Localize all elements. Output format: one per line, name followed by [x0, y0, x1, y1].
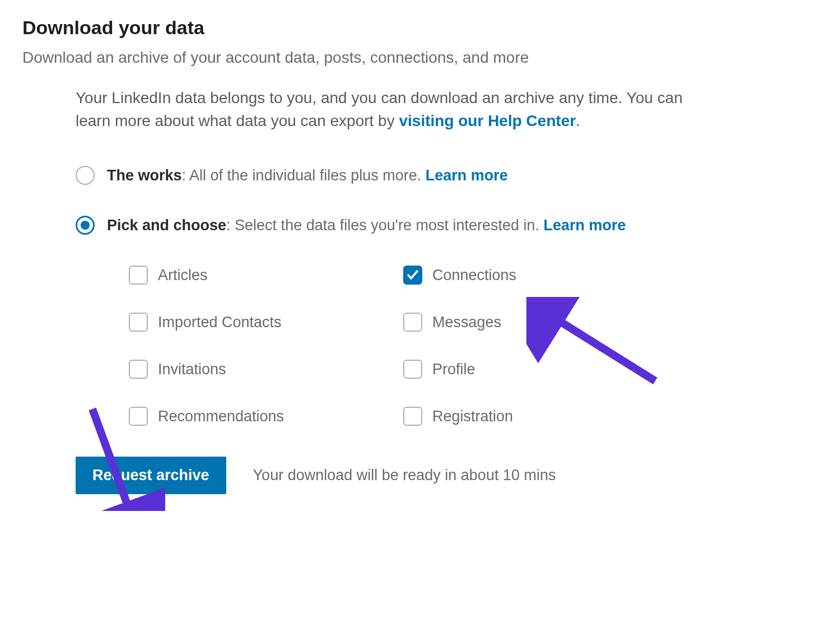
page-subtitle: Download an archive of your account data…: [22, 49, 818, 67]
radio-works-label-rest: : All of the individual files plus more.: [182, 167, 426, 184]
page-title: Download your data: [22, 17, 818, 39]
checkbox-profile[interactable]: Profile: [403, 360, 644, 379]
checkbox-label: Connections: [432, 267, 516, 284]
checkbox-icon[interactable]: [403, 266, 422, 285]
checkbox-icon[interactable]: [129, 360, 148, 379]
checkbox-grid: Articles Connections Imported Contacts M…: [76, 266, 683, 426]
checkbox-icon[interactable]: [403, 407, 422, 426]
radio-option-pick[interactable]: Pick and choose: Select the data files y…: [76, 216, 683, 235]
checkbox-icon[interactable]: [403, 360, 422, 379]
checkbox-imported-contacts[interactable]: Imported Contacts: [129, 313, 370, 332]
intro-text-after: .: [576, 112, 580, 129]
checkbox-icon[interactable]: [129, 407, 148, 426]
radio-icon[interactable]: [76, 166, 95, 185]
radio-pick-label-rest: : Select the data files you're most inte…: [226, 217, 543, 234]
checkbox-label: Messages: [432, 314, 501, 331]
checkbox-registration[interactable]: Registration: [403, 407, 644, 426]
checkbox-recommendations[interactable]: Recommendations: [129, 407, 370, 426]
checkbox-label: Recommendations: [158, 408, 284, 425]
intro-paragraph: Your LinkedIn data belongs to you, and y…: [76, 87, 683, 132]
checkbox-messages[interactable]: Messages: [403, 313, 644, 332]
checkbox-label: Articles: [158, 267, 208, 284]
checkbox-invitations[interactable]: Invitations: [129, 360, 370, 379]
intro-text-before: Your LinkedIn data belongs to you, and y…: [76, 89, 683, 129]
checkbox-icon[interactable]: [129, 313, 148, 332]
radio-pick-label-strong: Pick and choose: [107, 217, 226, 234]
checkbox-icon[interactable]: [129, 266, 148, 285]
checkbox-label: Invitations: [158, 361, 226, 378]
checkbox-icon[interactable]: [403, 313, 422, 332]
checkbox-label: Profile: [432, 361, 475, 378]
action-row: Request archive Your download will be re…: [76, 457, 683, 494]
download-ready-text: Your download will be ready in about 10 …: [253, 467, 556, 484]
pick-learn-more-link[interactable]: Learn more: [544, 217, 626, 234]
content-body: Your LinkedIn data belongs to you, and y…: [22, 87, 683, 494]
radio-icon[interactable]: [76, 216, 95, 235]
radio-works-label-strong: The works: [107, 167, 182, 184]
radio-option-works[interactable]: The works: All of the individual files p…: [76, 166, 683, 185]
request-archive-button[interactable]: Request archive: [76, 457, 226, 494]
checkbox-connections[interactable]: Connections: [403, 266, 644, 285]
works-learn-more-link[interactable]: Learn more: [426, 167, 508, 184]
checkbox-label: Imported Contacts: [158, 314, 282, 331]
check-icon: [406, 268, 419, 282]
help-center-link[interactable]: visiting our Help Center: [399, 112, 576, 129]
checkbox-label: Registration: [432, 408, 513, 425]
checkbox-articles[interactable]: Articles: [129, 266, 370, 285]
